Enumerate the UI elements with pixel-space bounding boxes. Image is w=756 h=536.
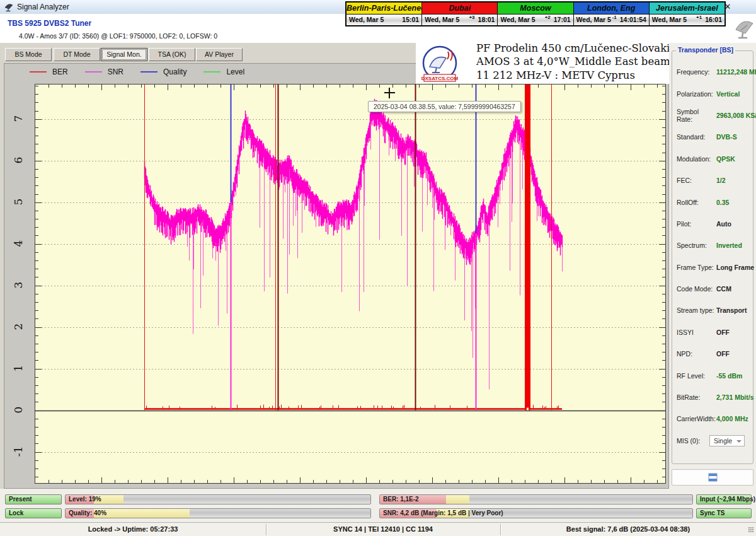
app-satellite-icon: [4, 2, 14, 12]
clock-city: Jerusalem-Israel: [650, 3, 724, 15]
present-indicator: Present: [5, 494, 62, 504]
save-button[interactable]: [672, 469, 753, 486]
snr-bar: SNR: 4,2 dB (Margin: 1,5 dB | Very Poor): [379, 508, 693, 518]
clock-city: Moscow: [498, 3, 573, 15]
satellite-dish-icon: [733, 16, 755, 40]
y-tick-label: 4: [11, 236, 26, 251]
legend-label: SNR: [108, 67, 123, 76]
transponder-row: Standard:DVB-S: [677, 126, 750, 148]
status-uptime: Locked -> Uptime: 05:27:33: [0, 523, 266, 536]
mis-select[interactable]: Single: [709, 435, 745, 446]
ber-text: BER: 1,1E-2: [383, 495, 419, 504]
legend-line-level: [203, 71, 220, 73]
clock-2: DubaiWed, Mar 5+318:01: [422, 3, 498, 25]
chart-legend: BERSNRQualityLevel: [30, 67, 256, 76]
tuner-name: TBS 5925 DVBS2 Tuner: [8, 19, 91, 28]
signal-analyzer-window: Signal Analyzer ✕ TBS 5925 DVBS2 Tuner 4…: [0, 0, 756, 536]
lock-indicator: Lock: [5, 508, 62, 518]
transponder-row: Stream type:Transport: [677, 300, 750, 321]
mis-label: MIS (0):: [677, 437, 709, 445]
legend-label: Level: [226, 67, 244, 76]
mis-row: MIS (0): Single: [677, 434, 750, 447]
tab-signal-mon-[interactable]: Signal Mon.: [101, 48, 147, 61]
y-tick-label: 2: [11, 319, 26, 334]
resize-grip[interactable]: [748, 527, 754, 533]
transponder-row: Polarization:Vertical: [677, 83, 750, 104]
chart-panel: BERSNRQualityLevel 76543210-1: [4, 63, 669, 489]
transponder-row: RollOff:0.35: [677, 191, 750, 213]
logo-text: DXSATCS.COM: [421, 76, 459, 81]
clock-city: Dubai: [422, 3, 497, 15]
dxsatcs-logo: DXSATCS.COM: [421, 45, 459, 83]
datapoint-tooltip: 2025-03-04 08.38.55, value: 7,5999999046…: [368, 101, 521, 112]
disk-icon: [708, 473, 718, 482]
transponder-row: RF Level:-55 dBm: [677, 364, 750, 386]
legend-label: Quality: [163, 67, 186, 76]
tab-dt-mode[interactable]: DT Mode: [54, 48, 100, 61]
annotation-block: PF Prodelin 450 cm/Lučenec-Slovakia AMOS…: [416, 40, 669, 84]
ber-bar: BER: 1,1E-2: [379, 494, 693, 504]
snr-text: SNR: 4,2 dB (Margin: 1,5 dB | Very Poor): [383, 509, 503, 518]
crosshair-icon: [389, 88, 390, 98]
legend-line-quality: [140, 71, 158, 73]
transponder-row: BitRate:2,731 Mbit/s: [677, 387, 750, 408]
transponder-row: Code Mode:CCM: [677, 278, 750, 300]
clock-4: London, EngWed, Mar 5-114:01:54: [574, 3, 650, 25]
y-tick-label: 3: [11, 277, 26, 293]
transponder-rows: Frequency:11212,248 MHzPolarization:Vert…: [677, 61, 750, 430]
clock-city: Berlin-Paris-Lučenec: [346, 3, 421, 15]
clock-time: Wed, Mar 5+217:01: [498, 15, 573, 26]
level-text: Level: 19%: [69, 495, 101, 504]
snr-chart-canvas[interactable]: [35, 84, 665, 483]
window-title: Signal Analyzer: [17, 0, 69, 14]
sync-ts-indicator: Sync TS: [696, 508, 752, 518]
transponder-row: Frequency:11212,248 MHz: [677, 61, 750, 83]
transponder-row: Frame Type:Long Frame: [677, 257, 750, 278]
clock-time: Wed, Mar 5-114:01:54: [574, 15, 649, 26]
status-sync-counts: SYNC 14 | TEI 12410 | CC 1194: [266, 523, 500, 536]
transponder-row: CarrierWidth:4,000 MHz: [677, 408, 750, 429]
y-tick-label: 0: [11, 402, 26, 417]
transponder-title: Transponder [BS]: [676, 46, 735, 54]
clock-time: Wed, Mar 5+318:01: [422, 15, 497, 26]
annotation-line-1: PF Prodelin 450 cm/Lučenec-Slovakia: [476, 42, 676, 55]
level-bar: Level: 19%: [65, 494, 371, 504]
clock-3: MoscowWed, Mar 5+217:01: [498, 3, 573, 25]
quality-text: Quality: 40%: [69, 509, 106, 518]
transponder-row: Symbol Rate:2963,008 KS/s: [677, 105, 750, 126]
y-tick-label: 5: [11, 194, 26, 209]
y-tick-label: -1: [11, 444, 26, 459]
status-bar: Locked -> Uptime: 05:27:33 SYNC 14 | TEI…: [0, 522, 756, 536]
tab-tsa-ok-[interactable]: TSA (OK): [149, 48, 195, 61]
annotation-line-2: AMOS 3 at 4,0°W_Middle East beam: [476, 55, 676, 68]
legend-line-ber: [30, 71, 47, 73]
quality-bar: Quality: 40%: [65, 508, 371, 518]
clock-city: London, Eng: [574, 3, 649, 15]
y-tick-label: 6: [11, 153, 26, 168]
y-axis-labels: 76543210-1: [11, 84, 32, 482]
tuner-lof-info: 4.0W - Amos 3/7 (ID: 3560) @ LOF1: 97500…: [19, 32, 217, 40]
world-clocks-table: Berlin-Paris-LučenecWed, Mar 515:01Dubai…: [345, 1, 726, 26]
y-tick-label: 7: [11, 111, 26, 126]
legend-label: BER: [52, 67, 68, 76]
transponder-row: ISSYIOFF: [677, 322, 750, 343]
snr-chart-plot[interactable]: [35, 84, 666, 484]
legend-line-snr: [85, 71, 102, 73]
transponder-row: Spectrum:Inverted: [677, 235, 750, 256]
annotation-line-3: 11 212 MHz-V : METV Cyprus: [476, 69, 676, 82]
transponder-row: Modulation:QPSK: [677, 148, 750, 170]
status-best-signal: Best signal: 7,6 dB (2025-03-04 08:38): [500, 523, 756, 536]
clock-time: Wed, Mar 5+116:01: [650, 15, 724, 26]
transponder-row: NPD:OFF: [677, 343, 750, 364]
tab-bs-mode[interactable]: BS Mode: [5, 48, 52, 61]
annotation-text: PF Prodelin 450 cm/Lučenec-Slovakia AMOS…: [476, 42, 676, 82]
y-tick-label: 1: [11, 361, 26, 376]
clock-time: Wed, Mar 515:01: [346, 15, 421, 26]
clock-5: Jerusalem-IsraelWed, Mar 5+116:01: [650, 3, 724, 25]
tab-av-player[interactable]: AV Player: [196, 48, 243, 61]
input-indicator: Input (~2,94 Mbps): [696, 494, 752, 504]
mis-selected-value: Single: [714, 437, 732, 445]
transponder-row: FEC:1/2: [677, 170, 750, 191]
clock-1: Berlin-Paris-LučenecWed, Mar 515:01: [346, 3, 422, 25]
chevron-down-icon: [736, 440, 742, 443]
